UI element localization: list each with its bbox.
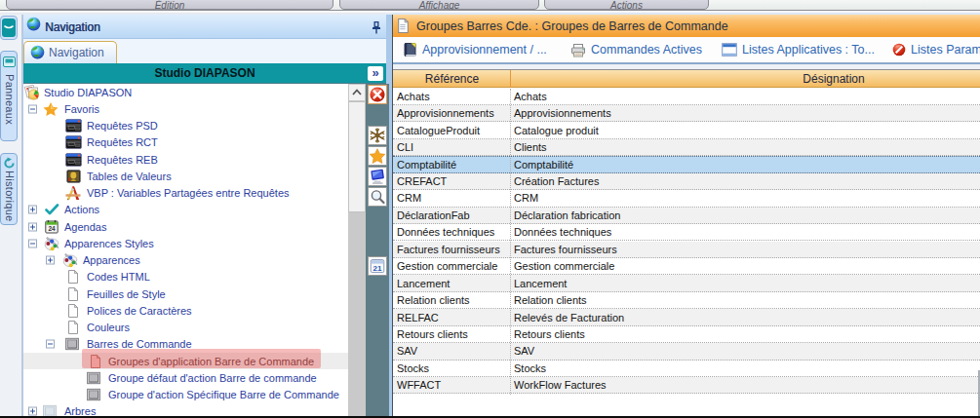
svg-text:24: 24 bbox=[48, 225, 56, 232]
svg-text:21: 21 bbox=[373, 264, 382, 273]
